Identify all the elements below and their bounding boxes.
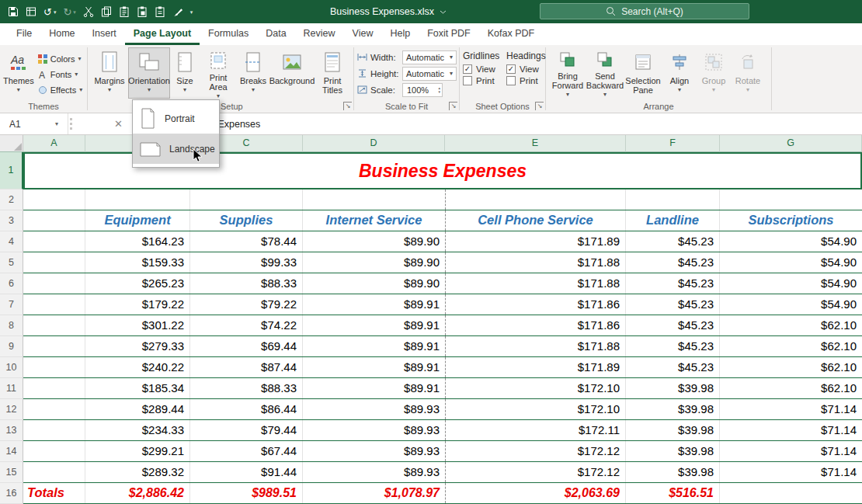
cell-E10[interactable]: $171.89 (445, 357, 626, 377)
cell-B13[interactable]: $234.33 (85, 420, 190, 440)
cell-F13[interactable]: $39.98 (626, 420, 720, 440)
cell-G11[interactable]: $62.10 (720, 378, 862, 398)
cell-A16[interactable]: Totals (23, 483, 85, 503)
cell-G2[interactable] (720, 189, 862, 210)
search-box[interactable]: Search (Alt+Q) (540, 3, 749, 19)
cell-F15[interactable]: $39.98 (626, 462, 720, 482)
cell-A5[interactable] (23, 252, 85, 273)
cell-E16[interactable]: $2,063.69 (445, 483, 626, 503)
formula-bar-handle[interactable] (70, 118, 72, 130)
cell-G8[interactable]: $62.10 (720, 315, 862, 335)
cell-A6[interactable] (23, 273, 85, 294)
fonts-button[interactable]: AFonts▾ (36, 67, 84, 82)
row-header-6[interactable]: 6 (0, 273, 23, 294)
cell-D12[interactable]: $89.93 (303, 399, 445, 419)
cell-B2[interactable] (85, 189, 190, 210)
themes-button[interactable]: Aa Themes ▾ (3, 47, 34, 99)
cell-F5[interactable]: $45.23 (626, 252, 720, 273)
cell-G5[interactable]: $54.90 (720, 252, 862, 273)
margins-button[interactable]: Margins ▾ (91, 47, 128, 99)
copy-button[interactable] (101, 6, 112, 17)
cell-D10[interactable]: $89.91 (303, 357, 445, 377)
select-all-button[interactable] (0, 135, 23, 152)
save-button[interactable] (8, 6, 19, 17)
workbook-button[interactable] (26, 6, 36, 17)
cell-D13[interactable]: $89.93 (303, 420, 445, 440)
cell-E11[interactable]: $172.10 (445, 378, 626, 398)
cell-B10[interactable]: $240.22 (85, 357, 190, 377)
cell-C9[interactable]: $69.44 (190, 336, 303, 356)
qat-more-button[interactable]: ▾ (190, 7, 193, 17)
cell-B16[interactable]: $2,886.42 (85, 483, 190, 503)
cell-C13[interactable]: $79.44 (190, 420, 303, 440)
cell-C5[interactable]: $99.33 (190, 252, 303, 273)
redo-button[interactable]: ↻▾ (63, 7, 75, 17)
tab-foxit-pdf[interactable]: Foxit PDF (419, 23, 479, 45)
cell-A3[interactable] (23, 210, 85, 231)
cell-A13[interactable] (23, 420, 85, 440)
cell-E9[interactable]: $171.88 (445, 336, 626, 356)
cell-G9[interactable]: $62.10 (720, 336, 862, 356)
cell-C12[interactable]: $86.44 (190, 399, 303, 419)
cell-F9[interactable]: $45.23 (626, 336, 720, 356)
tab-view[interactable]: View (344, 23, 382, 45)
tab-file[interactable]: File (8, 23, 40, 45)
cell-C15[interactable]: $91.44 (190, 462, 303, 482)
row-header-13[interactable]: 13 (0, 420, 23, 441)
row-header-16[interactable]: 16 (0, 483, 23, 504)
cell-B8[interactable]: $301.22 (85, 315, 190, 335)
tab-home[interactable]: Home (40, 23, 83, 45)
cell-F7[interactable]: $45.23 (626, 294, 720, 315)
row-header-10[interactable]: 10 (0, 357, 23, 378)
paste-values-button[interactable] (155, 6, 165, 17)
cell-D15[interactable]: $89.93 (303, 462, 445, 482)
group-button[interactable]: Group ▾ (697, 47, 731, 99)
column-header-F[interactable]: F (626, 135, 720, 152)
breaks-button[interactable]: Breaks ▾ (237, 47, 269, 99)
cell-D3[interactable]: Internet Service (303, 210, 445, 231)
undo-button[interactable]: ↺▾ (43, 7, 56, 17)
cell-G14[interactable]: $71.14 (720, 441, 862, 461)
cell-E15[interactable]: $172.12 (445, 462, 626, 482)
cell-E2[interactable] (445, 189, 626, 210)
cell-A11[interactable] (23, 378, 85, 398)
cell-E3[interactable]: Cell Phone Service (445, 210, 626, 231)
spinner-arrows-icon[interactable]: ▴▾ (438, 86, 440, 94)
height-select[interactable]: Automatic▾ (402, 67, 457, 81)
cell-F14[interactable]: $39.98 (626, 441, 720, 461)
cell-F16[interactable]: $516.51 (626, 483, 720, 503)
print-titles-button[interactable]: Print Titles (315, 47, 350, 99)
row-header-12[interactable]: 12 (0, 399, 23, 420)
tab-insert[interactable]: Insert (84, 23, 125, 45)
row-header-8[interactable]: 8 (0, 315, 23, 336)
headings-print-checkbox[interactable] (506, 76, 516, 85)
scale-input[interactable]: 100%▴▾ (402, 83, 443, 97)
cell-G4[interactable]: $54.90 (720, 231, 862, 252)
cell-C4[interactable]: $78.44 (190, 231, 303, 252)
row-header-4[interactable]: 4 (0, 231, 23, 252)
column-header-A[interactable]: A (23, 135, 85, 152)
cell-A7[interactable] (23, 294, 85, 315)
headings-view-checkbox[interactable]: ✓ (506, 64, 516, 74)
cell-B5[interactable]: $159.33 (85, 252, 190, 273)
row-header-14[interactable]: 14 (0, 441, 23, 462)
selection-pane-button[interactable]: Selection Pane (624, 47, 662, 99)
cell-F8[interactable]: $45.23 (626, 315, 720, 335)
column-header-D[interactable]: D (303, 135, 445, 152)
cell-G7[interactable]: $54.90 (720, 294, 862, 315)
cell-G15[interactable]: $71.14 (720, 462, 862, 482)
colors-button[interactable]: Colors▾ (36, 51, 84, 66)
row-header-9[interactable]: 9 (0, 336, 23, 357)
row-header-3[interactable]: 3 (0, 210, 23, 231)
cell-D11[interactable]: $89.91 (303, 378, 445, 398)
cell-G6[interactable]: $54.90 (720, 273, 862, 294)
cell-F4[interactable]: $45.23 (626, 231, 720, 252)
row-header-7[interactable]: 7 (0, 294, 23, 315)
cell-C14[interactable]: $67.44 (190, 441, 303, 461)
orientation-button[interactable]: Orientation ▾ (128, 47, 170, 99)
cell-C7[interactable]: $79.22 (190, 294, 303, 315)
background-button[interactable]: Background (269, 47, 315, 99)
cell-C6[interactable]: $88.33 (190, 273, 303, 294)
row-header-15[interactable]: 15 (0, 462, 23, 483)
cell-G12[interactable]: $71.14 (720, 399, 862, 419)
